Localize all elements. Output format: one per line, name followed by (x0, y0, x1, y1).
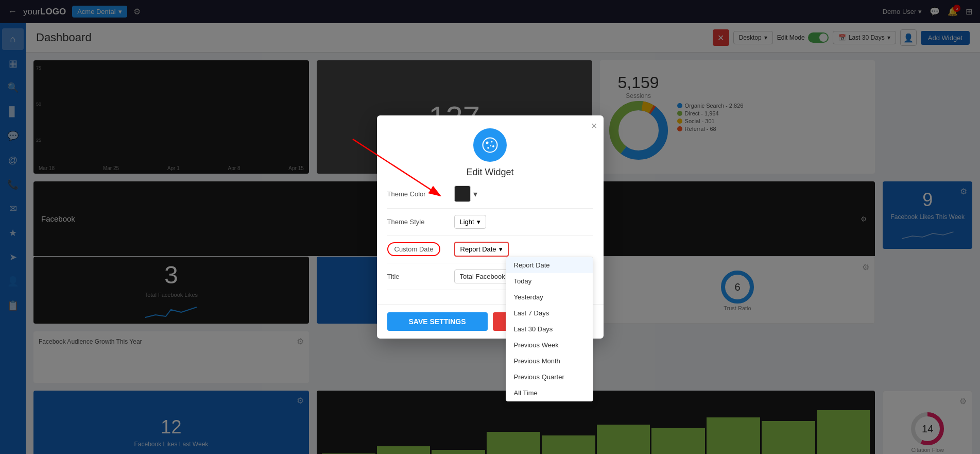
theme-style-control: Light ▾ (454, 215, 593, 229)
dropdown-item-yesterday[interactable]: Yesterday (506, 289, 593, 305)
custom-date-dropdown[interactable]: Report Date ▾ (454, 242, 509, 257)
svg-point-16 (490, 145, 491, 146)
dropdown-item-previous-month[interactable]: Previous Month (506, 353, 593, 369)
chevron-down-icon: ▾ (499, 245, 503, 253)
theme-color-control: ▾ (454, 186, 593, 202)
dropdown-item-previous-week[interactable]: Previous Week (506, 337, 593, 353)
modal-overlay[interactable]: × Edit Widget Theme Color (0, 0, 980, 454)
dropdown-item-all-time[interactable]: All Time (506, 385, 593, 401)
modal-title: Edit Widget (377, 162, 604, 186)
svg-point-15 (487, 147, 489, 149)
widget-title-label: Title (387, 273, 454, 280)
dropdown-item-report-date[interactable]: Report Date (506, 257, 593, 273)
theme-style-dropdown[interactable]: Light ▾ (454, 215, 486, 229)
modal-close-button[interactable]: × (591, 121, 597, 131)
dropdown-item-last-30-days[interactable]: Last 30 Days (506, 321, 593, 337)
custom-date-field-label: Custom Date (387, 242, 454, 256)
dropdown-item-previous-quarter[interactable]: Previous Quarter (506, 369, 593, 385)
svg-point-14 (492, 145, 494, 147)
custom-date-circled-label: Custom Date (387, 242, 441, 256)
color-chevron-down-icon[interactable]: ▾ (473, 189, 477, 199)
chevron-down-icon: ▾ (477, 218, 480, 226)
theme-style-label: Theme Style (387, 218, 454, 226)
dropdown-item-today[interactable]: Today (506, 273, 593, 289)
custom-date-control: Report Date ▾ Report Date Today Yesterda… (454, 242, 593, 257)
edit-widget-modal: × Edit Widget Theme Color (377, 115, 604, 339)
theme-style-row: Theme Style Light ▾ (387, 215, 593, 236)
modal-body: Theme Color ▾ Theme Style Light ▾ (377, 186, 604, 304)
color-picker-button[interactable] (454, 186, 471, 202)
modal-icon-area (377, 115, 604, 162)
custom-date-row: Custom Date Report Date ▾ Report Date To… (387, 242, 593, 263)
svg-point-11 (483, 138, 497, 153)
widget-icon-circle (473, 128, 507, 162)
svg-point-13 (491, 141, 493, 143)
custom-date-dropdown-menu: Report Date Today Yesterday Last 7 Days … (506, 257, 593, 401)
svg-point-12 (486, 142, 489, 144)
save-settings-button[interactable]: SAVE SETTINGS (387, 312, 488, 331)
theme-color-label: Theme Color (387, 190, 454, 198)
theme-color-row: Theme Color ▾ (387, 186, 593, 209)
dropdown-item-last-7-days[interactable]: Last 7 Days (506, 305, 593, 321)
